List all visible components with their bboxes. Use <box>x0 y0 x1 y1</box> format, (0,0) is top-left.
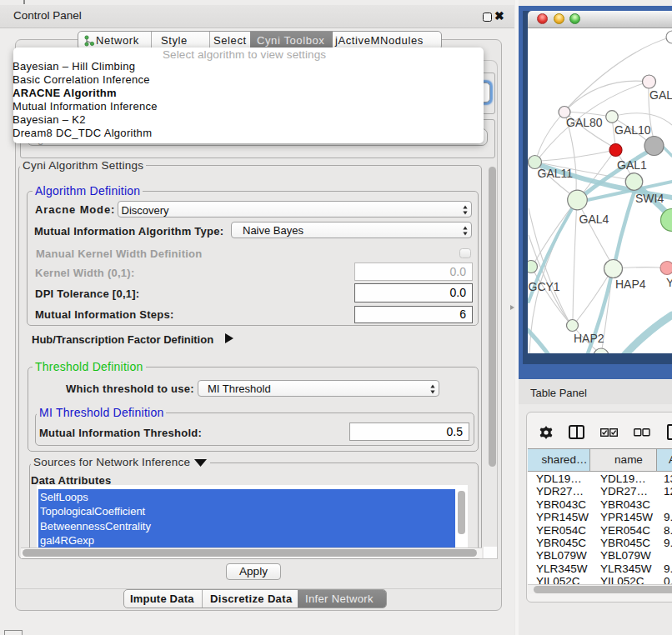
svg-text:GAL10: GAL10 <box>614 123 651 137</box>
svg-text:GAL4: GAL4 <box>579 212 609 226</box>
svg-text:GAL80: GAL80 <box>566 116 603 129</box>
svg-text:GAL2: GAL2 <box>649 88 672 102</box>
svg-text:HAP4: HAP4 <box>615 278 646 291</box>
svg-text:SWI4: SWI4 <box>635 192 664 205</box>
svg-text:Y: Y <box>666 276 672 289</box>
svg-text:GAL1: GAL1 <box>617 158 647 172</box>
svg-text:GCY1: GCY1 <box>529 280 560 293</box>
svg-text:GAL11: GAL11 <box>538 167 574 180</box>
svg-text:HAP2: HAP2 <box>574 332 604 345</box>
